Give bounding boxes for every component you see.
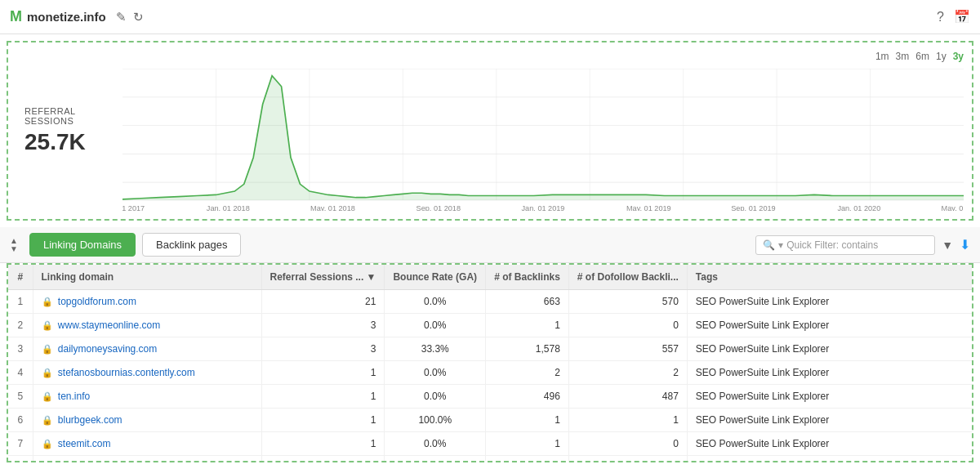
cell-dofollow-3: 557 xyxy=(568,337,687,361)
cell-backlinks-6: 1 xyxy=(486,409,569,432)
col-header-backlinks[interactable]: # of Backlinks xyxy=(486,265,569,290)
cell-tags-3: SEO PowerSuite Link Explorer xyxy=(687,337,972,361)
domain-link-5[interactable]: ten.info xyxy=(58,391,90,402)
cell-domain-5[interactable]: 🔒 ten.info xyxy=(33,385,261,409)
svg-text:Sep, 01 2019: Sep, 01 2019 xyxy=(731,204,775,211)
table-row: 7 🔒 steemit.com 1 0.0% 1 0 SEO PowerSuit… xyxy=(8,432,972,456)
filter-icon[interactable]: ▼ xyxy=(942,239,953,252)
cell-dofollow-6: 1 xyxy=(568,409,687,432)
table-container: # Linking domain Referral Sessions ... ▼… xyxy=(7,263,973,462)
cell-num-1: 1 xyxy=(8,290,33,314)
col-header-dofollow[interactable]: # of Dofollow Backli... xyxy=(568,265,687,290)
header-right: ? 📅 xyxy=(937,9,970,25)
col-header-bounce[interactable]: Bounce Rate (GA) xyxy=(385,265,486,290)
cell-backlinks-3: 1,578 xyxy=(486,337,569,361)
cell-bounce-8: 0.0% xyxy=(385,456,486,463)
cell-dofollow-4: 2 xyxy=(568,361,687,385)
cell-dofollow-1: 570 xyxy=(568,290,687,314)
cell-domain-1[interactable]: 🔒 topgoldforum.com xyxy=(33,290,261,314)
header: M monetize.info ✎ ↻ ? 📅 xyxy=(0,0,980,34)
search-box[interactable]: 🔍 ▾ Quick Filter: contains xyxy=(755,235,935,255)
domain-link-4[interactable]: stefanosbournias.contently.com xyxy=(58,367,195,378)
cell-bounce-7: 0.0% xyxy=(385,432,486,456)
cell-bounce-5: 0.0% xyxy=(385,385,486,409)
cell-num-6: 6 xyxy=(8,409,33,432)
filter-3m[interactable]: 3m xyxy=(896,51,910,62)
filter-6m[interactable]: 6m xyxy=(915,51,929,62)
cell-backlinks-5: 496 xyxy=(486,385,569,409)
cell-bounce-3: 33.3% xyxy=(385,337,486,361)
cell-domain-6[interactable]: 🔒 blurbgeek.com xyxy=(33,409,261,432)
col-header-domain[interactable]: Linking domain xyxy=(33,265,261,290)
chart-left: REFERRAL SESSIONS 25.7K xyxy=(16,51,122,211)
bar-chart-icon[interactable]: ✎ xyxy=(116,10,127,25)
logo: M xyxy=(10,8,22,25)
cell-num-2: 2 xyxy=(8,314,33,337)
cell-dofollow-8: 2 xyxy=(568,456,687,463)
cell-domain-2[interactable]: 🔒 www.staymeonline.com xyxy=(33,314,261,337)
filter-3y[interactable]: 3y xyxy=(953,51,964,62)
cell-backlinks-1: 663 xyxy=(486,290,569,314)
cell-referral-3: 3 xyxy=(261,337,385,361)
table-row: 2 🔒 www.staymeonline.com 3 0.0% 1 0 SEO … xyxy=(8,314,972,337)
domain-link-3[interactable]: dailymoneysaving.com xyxy=(58,343,157,355)
filter-1m[interactable]: 1m xyxy=(875,51,889,62)
svg-text:Sep, 01 2017: Sep, 01 2017 xyxy=(122,204,145,211)
chart-area: 0 200 400 600 800 1,000 Sep, 01 2017 Jan… xyxy=(122,69,964,211)
referral-label: REFERRAL SESSIONS xyxy=(24,106,114,126)
cell-domain-7[interactable]: 🔒 steemit.com xyxy=(33,432,261,456)
time-filters: 1m 3m 6m 1y 3y xyxy=(875,51,964,62)
search-icon: 🔍 xyxy=(763,239,775,251)
cell-domain-4[interactable]: 🔒 stefanosbournias.contently.com xyxy=(33,361,261,385)
cell-referral-2: 3 xyxy=(261,314,385,337)
svg-text:May, 01 2019: May, 01 2019 xyxy=(626,204,671,211)
chart-svg: 0 200 400 600 800 1,000 Sep, 01 2017 Jan… xyxy=(122,69,964,211)
domain-link-1[interactable]: topgoldforum.com xyxy=(58,296,136,307)
tab-backlink-pages[interactable]: Backlink pages xyxy=(142,233,241,257)
help-icon[interactable]: ? xyxy=(937,10,944,25)
app-title: monetize.info xyxy=(27,10,106,24)
cell-backlinks-4: 2 xyxy=(486,361,569,385)
cell-num-5: 5 xyxy=(8,385,33,409)
cell-domain-3[interactable]: 🔒 dailymoneysaving.com xyxy=(33,337,261,361)
cell-dofollow-7: 0 xyxy=(568,432,687,456)
cell-dofollow-5: 487 xyxy=(568,385,687,409)
refresh-icon[interactable]: ↻ xyxy=(133,10,144,25)
table-row: 8 🔒 guestpostservices.com 1 0.0% 2 2 SEO… xyxy=(8,456,972,463)
chart-section: REFERRAL SESSIONS 25.7K 1m 3m 6m 1y 3y xyxy=(7,41,973,221)
col-header-tags[interactable]: Tags xyxy=(687,265,972,290)
data-table: # Linking domain Referral Sessions ... ▼… xyxy=(8,265,972,462)
domain-link-8[interactable]: guestpostservices.com xyxy=(58,462,158,462)
sort-down-icon: ▼ xyxy=(10,245,18,253)
col-header-referral[interactable]: Referral Sessions ... ▼ xyxy=(261,265,385,290)
toolbar-right: 🔍 ▾ Quick Filter: contains ▼ ⬇ xyxy=(755,235,970,255)
table-row: 3 🔒 dailymoneysaving.com 3 33.3% 1,578 5… xyxy=(8,337,972,361)
cell-domain-8[interactable]: 🔒 guestpostservices.com xyxy=(33,456,261,463)
svg-marker-20 xyxy=(122,76,964,200)
svg-text:Jan, 01 2020: Jan, 01 2020 xyxy=(837,204,880,211)
calendar-icon[interactable]: 📅 xyxy=(954,9,970,25)
tab-linking-domains[interactable]: Linking Domains xyxy=(29,233,136,257)
search-dropdown-icon[interactable]: ▾ xyxy=(778,239,783,251)
lock-icon: 🔒 xyxy=(42,344,53,354)
filter-1y[interactable]: 1y xyxy=(936,51,947,62)
svg-text:May, 01 2018: May, 01 2018 xyxy=(310,204,355,211)
cell-tags-7: SEO PowerSuite Link Explorer xyxy=(687,432,972,456)
cell-backlinks-7: 1 xyxy=(486,432,569,456)
sort-arrows[interactable]: ▲ ▼ xyxy=(10,237,18,253)
domain-link-6[interactable]: blurbgeek.com xyxy=(58,414,122,426)
cell-bounce-2: 0.0% xyxy=(385,314,486,337)
col-header-num[interactable]: # xyxy=(8,265,33,290)
cell-num-8: 8 xyxy=(8,456,33,463)
cell-bounce-6: 100.0% xyxy=(385,409,486,432)
cell-referral-7: 1 xyxy=(261,432,385,456)
download-icon[interactable]: ⬇ xyxy=(960,237,970,252)
lock-icon: 🔒 xyxy=(42,439,53,449)
domain-link-2[interactable]: www.staymeonline.com xyxy=(58,319,160,331)
lock-icon: 🔒 xyxy=(42,368,53,377)
cell-tags-2: SEO PowerSuite Link Explorer xyxy=(687,314,972,337)
cell-tags-1: SEO PowerSuite Link Explorer xyxy=(687,290,972,314)
domain-link-7[interactable]: steemit.com xyxy=(58,438,111,449)
svg-text:Jan, 01 2018: Jan, 01 2018 xyxy=(207,204,250,211)
chart-right: 1m 3m 6m 1y 3y xyxy=(122,51,964,211)
